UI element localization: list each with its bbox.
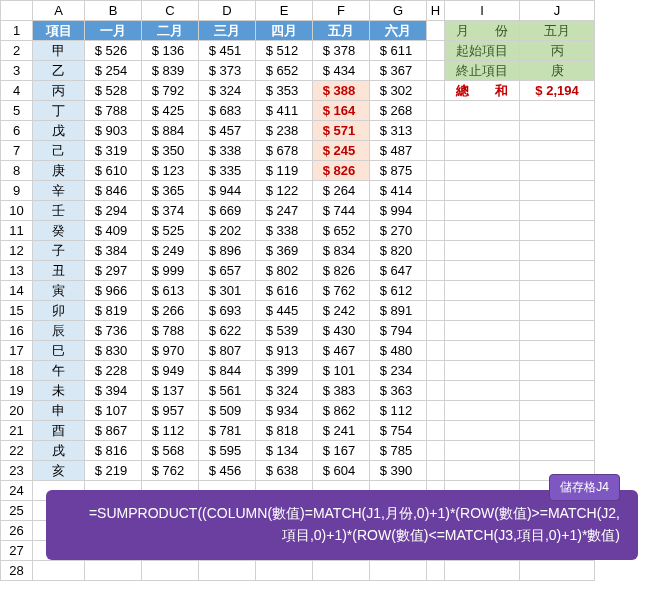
data-cell[interactable]: $ 388 xyxy=(313,81,370,101)
data-cell[interactable]: $ 294 xyxy=(85,201,142,221)
cell[interactable] xyxy=(427,281,445,301)
data-cell[interactable]: $ 683 xyxy=(199,101,256,121)
header-cell[interactable]: 六月 xyxy=(370,21,427,41)
data-cell[interactable]: $ 363 xyxy=(370,381,427,401)
data-cell[interactable]: $ 487 xyxy=(370,141,427,161)
row-17[interactable]: 17 xyxy=(1,341,33,361)
cell[interactable] xyxy=(427,381,445,401)
cell[interactable] xyxy=(313,561,370,581)
cell[interactable] xyxy=(445,361,520,381)
cell[interactable] xyxy=(427,461,445,481)
header-cell[interactable]: 三月 xyxy=(199,21,256,41)
cell[interactable] xyxy=(427,401,445,421)
data-cell[interactable]: $ 526 xyxy=(85,41,142,61)
cell[interactable] xyxy=(445,261,520,281)
cell[interactable] xyxy=(520,421,595,441)
item-label[interactable]: 癸 xyxy=(33,221,85,241)
data-cell[interactable]: $ 137 xyxy=(142,381,199,401)
data-cell[interactable]: $ 264 xyxy=(313,181,370,201)
data-cell[interactable]: $ 425 xyxy=(142,101,199,121)
cell[interactable] xyxy=(520,441,595,461)
cell[interactable] xyxy=(256,561,313,581)
cell[interactable] xyxy=(427,261,445,281)
row-15[interactable]: 15 xyxy=(1,301,33,321)
cell[interactable] xyxy=(520,221,595,241)
data-cell[interactable]: $ 934 xyxy=(256,401,313,421)
sum-value[interactable]: $ 2,194 xyxy=(520,81,595,101)
row-6[interactable]: 6 xyxy=(1,121,33,141)
item-label[interactable]: 丑 xyxy=(33,261,85,281)
data-cell[interactable]: $ 539 xyxy=(256,321,313,341)
cell[interactable] xyxy=(520,141,595,161)
cell[interactable] xyxy=(445,221,520,241)
data-cell[interactable]: $ 839 xyxy=(142,61,199,81)
data-cell[interactable]: $ 844 xyxy=(199,361,256,381)
data-cell[interactable]: $ 816 xyxy=(85,441,142,461)
data-cell[interactable]: $ 324 xyxy=(256,381,313,401)
data-cell[interactable]: $ 164 xyxy=(313,101,370,121)
data-cell[interactable]: $ 884 xyxy=(142,121,199,141)
corner-cell[interactable] xyxy=(1,1,33,21)
row-11[interactable]: 11 xyxy=(1,221,33,241)
data-cell[interactable]: $ 266 xyxy=(142,301,199,321)
data-cell[interactable]: $ 101 xyxy=(313,361,370,381)
row-23[interactable]: 23 xyxy=(1,461,33,481)
header-cell[interactable]: 四月 xyxy=(256,21,313,41)
data-cell[interactable]: $ 414 xyxy=(370,181,427,201)
cell[interactable] xyxy=(427,301,445,321)
cell[interactable] xyxy=(427,441,445,461)
data-cell[interactable]: $ 999 xyxy=(142,261,199,281)
cell[interactable] xyxy=(445,181,520,201)
data-cell[interactable]: $ 228 xyxy=(85,361,142,381)
cell[interactable] xyxy=(445,201,520,221)
data-cell[interactable]: $ 818 xyxy=(256,421,313,441)
data-cell[interactable]: $ 561 xyxy=(199,381,256,401)
data-cell[interactable]: $ 451 xyxy=(199,41,256,61)
month-label[interactable]: 月 份 xyxy=(445,21,520,41)
data-cell[interactable]: $ 657 xyxy=(199,261,256,281)
item-label[interactable]: 甲 xyxy=(33,41,85,61)
cell[interactable] xyxy=(427,101,445,121)
data-cell[interactable]: $ 350 xyxy=(142,141,199,161)
cell[interactable] xyxy=(427,221,445,241)
data-cell[interactable]: $ 970 xyxy=(142,341,199,361)
cell[interactable] xyxy=(520,561,595,581)
row-3[interactable]: 3 xyxy=(1,61,33,81)
data-cell[interactable]: $ 647 xyxy=(370,261,427,281)
item-label[interactable]: 酉 xyxy=(33,421,85,441)
data-cell[interactable]: $ 411 xyxy=(256,101,313,121)
cell[interactable] xyxy=(445,461,520,481)
col-E[interactable]: E xyxy=(256,1,313,21)
cell[interactable] xyxy=(445,561,520,581)
data-cell[interactable]: $ 369 xyxy=(256,241,313,261)
cell[interactable] xyxy=(427,321,445,341)
data-cell[interactable]: $ 568 xyxy=(142,441,199,461)
data-cell[interactable]: $ 846 xyxy=(85,181,142,201)
sum-label[interactable]: 總 和 xyxy=(445,81,520,101)
row-19[interactable]: 19 xyxy=(1,381,33,401)
row-24[interactable]: 24 xyxy=(1,481,33,501)
data-cell[interactable]: $ 202 xyxy=(199,221,256,241)
row-28[interactable]: 28 xyxy=(1,561,33,581)
row-5[interactable]: 5 xyxy=(1,101,33,121)
data-cell[interactable]: $ 613 xyxy=(142,281,199,301)
cell[interactable] xyxy=(520,361,595,381)
cell[interactable] xyxy=(445,141,520,161)
data-cell[interactable]: $ 247 xyxy=(256,201,313,221)
data-cell[interactable]: $ 302 xyxy=(370,81,427,101)
data-cell[interactable]: $ 819 xyxy=(85,301,142,321)
data-cell[interactable]: $ 913 xyxy=(256,341,313,361)
cell[interactable] xyxy=(445,301,520,321)
data-cell[interactable]: $ 270 xyxy=(370,221,427,241)
item-label[interactable]: 乙 xyxy=(33,61,85,81)
row-16[interactable]: 16 xyxy=(1,321,33,341)
data-cell[interactable]: $ 826 xyxy=(313,261,370,281)
cell[interactable] xyxy=(199,561,256,581)
item-label[interactable]: 壬 xyxy=(33,201,85,221)
data-cell[interactable]: $ 134 xyxy=(256,441,313,461)
cell[interactable] xyxy=(445,321,520,341)
end-label[interactable]: 終止項目 xyxy=(445,61,520,81)
cell[interactable] xyxy=(520,121,595,141)
cell[interactable] xyxy=(445,401,520,421)
end-value[interactable]: 庚 xyxy=(520,61,595,81)
